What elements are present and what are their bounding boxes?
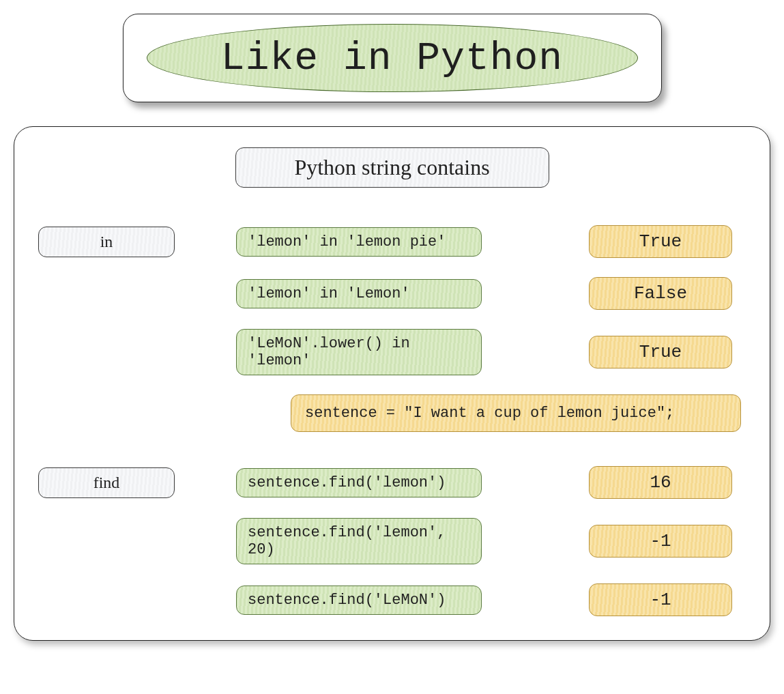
code-chip: sentence.find('lemon') xyxy=(236,468,482,497)
in-row-2: 'LeMoN'.lower() in 'lemon' True xyxy=(38,329,746,375)
find-row-2: sentence.find('LeMoN') -1 xyxy=(38,583,746,616)
code-chip: sentence.find('LeMoN') xyxy=(236,585,482,615)
code-chip: 'lemon' in 'lemon pie' xyxy=(236,227,482,257)
find-row-1: sentence.find('lemon', 20) -1 xyxy=(38,518,746,564)
in-row-1: 'lemon' in 'Lemon' False xyxy=(38,277,746,310)
main-card: Python string contains in 'lemon' in 'le… xyxy=(14,126,770,641)
result-chip: True xyxy=(589,225,732,258)
result-chip: True xyxy=(589,336,732,368)
section-label-in: in xyxy=(38,227,175,257)
result-chip: 16 xyxy=(589,466,732,499)
in-row-0: in 'lemon' in 'lemon pie' True xyxy=(38,225,746,258)
result-chip: False xyxy=(589,277,732,310)
page-title: Like in Python xyxy=(221,36,563,81)
sentence-row: sentence = "I want a cup of lemon juice"… xyxy=(291,394,746,432)
subtitle: Python string contains xyxy=(235,147,549,188)
result-chip: -1 xyxy=(589,525,732,558)
header-card: Like in Python xyxy=(123,14,662,102)
find-row-0: find sentence.find('lemon') 16 xyxy=(38,466,746,499)
code-chip: 'LeMoN'.lower() in 'lemon' xyxy=(236,329,482,375)
sentence-chip: sentence = "I want a cup of lemon juice"… xyxy=(291,394,741,432)
result-chip: -1 xyxy=(589,583,732,616)
section-label-find: find xyxy=(38,467,175,498)
code-chip: 'lemon' in 'Lemon' xyxy=(236,279,482,308)
code-chip: sentence.find('lemon', 20) xyxy=(236,518,482,564)
